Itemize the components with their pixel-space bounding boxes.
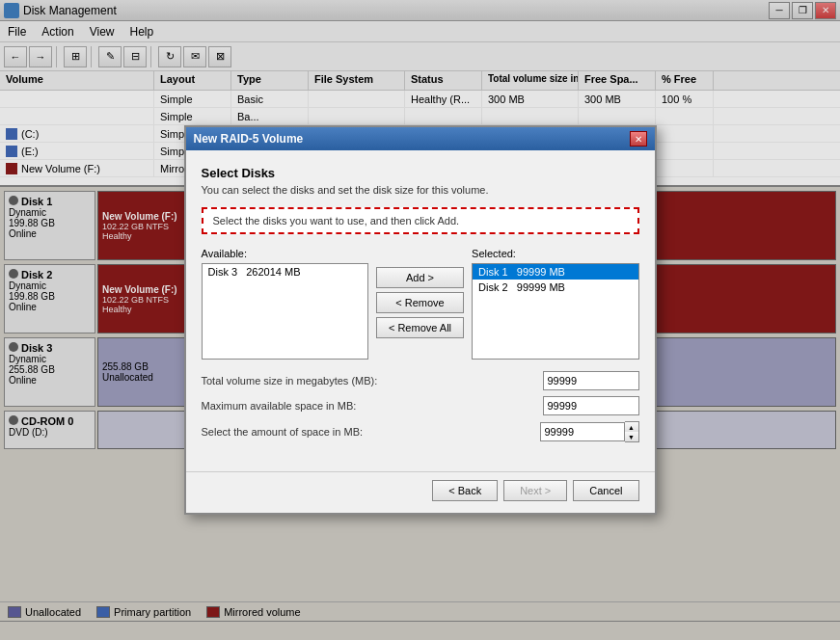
select-space-input[interactable] bbox=[540, 422, 625, 441]
next-button[interactable]: Next > bbox=[503, 480, 567, 501]
selected-label: Selected: bbox=[472, 248, 638, 259]
total-volume-value: 99999 bbox=[543, 371, 639, 390]
total-volume-row: Total volume size in megabytes (MB): 999… bbox=[202, 371, 639, 390]
add-disk-button[interactable]: Add > bbox=[376, 267, 464, 288]
available-list-container: Available: Disk 3 262014 MB bbox=[202, 248, 368, 360]
space-fields: Total volume size in megabytes (MB): 999… bbox=[202, 371, 639, 442]
select-space-label: Select the amount of space in MB: bbox=[202, 426, 364, 438]
dialog-title-bar: New RAID-5 Volume ✕ bbox=[186, 127, 655, 150]
back-button[interactable]: < Back bbox=[432, 480, 498, 501]
dialog-overlay: New RAID-5 Volume ✕ Select Disks You can… bbox=[0, 0, 840, 640]
dialog-close-button[interactable]: ✕ bbox=[630, 131, 647, 147]
selected-listbox[interactable]: Disk 1 99999 MB Disk 2 99999 MB bbox=[472, 263, 638, 360]
max-space-value: 99999 bbox=[543, 396, 639, 415]
select-space-row: Select the amount of space in MB: ▲ ▼ bbox=[202, 421, 639, 442]
disk-selection-area: Available: Disk 3 262014 MB Add > < Remo… bbox=[202, 248, 639, 360]
max-space-row: Maximum available space in MB: 99999 bbox=[202, 396, 639, 415]
max-space-label: Maximum available space in MB: bbox=[202, 400, 357, 412]
available-label: Available: bbox=[202, 248, 368, 259]
spin-down-button[interactable]: ▼ bbox=[625, 432, 638, 441]
cancel-button[interactable]: Cancel bbox=[573, 480, 638, 501]
spin-buttons: ▲ ▼ bbox=[625, 421, 639, 442]
dialog: New RAID-5 Volume ✕ Select Disks You can… bbox=[184, 125, 657, 515]
select-space-spin: ▲ ▼ bbox=[540, 421, 639, 442]
total-volume-label: Total volume size in megabytes (MB): bbox=[202, 375, 378, 387]
selected-disk-item-1[interactable]: Disk 1 99999 MB bbox=[473, 264, 637, 280]
spin-up-button[interactable]: ▲ bbox=[625, 422, 638, 432]
remove-all-button[interactable]: < Remove All bbox=[376, 317, 464, 338]
selected-disk-item-2[interactable]: Disk 2 99999 MB bbox=[473, 280, 637, 295]
disk-action-buttons: Add > < Remove < Remove All bbox=[376, 267, 464, 338]
available-disk-item-1[interactable]: Disk 3 262014 MB bbox=[203, 264, 367, 280]
selected-list-container: Selected: Disk 1 99999 MB Disk 2 99999 M… bbox=[472, 248, 638, 360]
dialog-warning: Select the disks you want to use, and th… bbox=[202, 207, 639, 234]
dialog-title: New RAID-5 Volume bbox=[194, 132, 304, 146]
dialog-description: You can select the disks and set the dis… bbox=[202, 184, 639, 196]
dialog-section-title: Select Disks bbox=[202, 166, 639, 180]
remove-disk-button[interactable]: < Remove bbox=[376, 292, 464, 313]
available-listbox[interactable]: Disk 3 262014 MB bbox=[202, 263, 368, 360]
dialog-body: Select Disks You can select the disks an… bbox=[186, 150, 655, 471]
dialog-footer: < Back Next > Cancel bbox=[186, 471, 655, 513]
